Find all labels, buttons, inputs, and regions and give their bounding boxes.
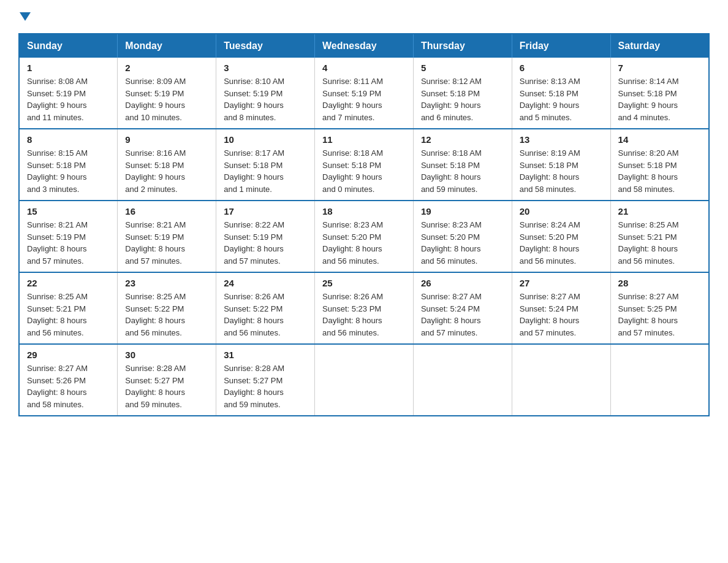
- calendar-cell: 27Sunrise: 8:27 AMSunset: 5:24 PMDayligh…: [512, 272, 610, 344]
- calendar-cell: 26Sunrise: 8:27 AMSunset: 5:24 PMDayligh…: [413, 272, 512, 344]
- calendar-cell: 4Sunrise: 8:11 AMSunset: 5:19 PMDaylight…: [315, 58, 414, 129]
- calendar-cell: 3Sunrise: 8:10 AMSunset: 5:19 PMDaylight…: [216, 58, 315, 129]
- page-header: [18, 12, 710, 23]
- day-info: Sunrise: 8:20 AMSunset: 5:18 PMDaylight:…: [618, 148, 679, 194]
- day-number: 5: [421, 63, 504, 73]
- day-info: Sunrise: 8:21 AMSunset: 5:19 PMDaylight:…: [27, 220, 88, 266]
- day-number: 17: [224, 206, 307, 216]
- header-thursday: Thursday: [413, 34, 512, 58]
- day-info: Sunrise: 8:13 AMSunset: 5:18 PMDaylight:…: [520, 77, 580, 122]
- day-info: Sunrise: 8:18 AMSunset: 5:18 PMDaylight:…: [421, 148, 482, 194]
- day-info: Sunrise: 8:26 AMSunset: 5:22 PMDaylight:…: [224, 292, 284, 337]
- calendar-cell: 13Sunrise: 8:19 AMSunset: 5:18 PMDayligh…: [512, 129, 610, 201]
- day-number: 19: [421, 206, 504, 216]
- day-number: 31: [224, 350, 307, 360]
- day-info: Sunrise: 8:23 AMSunset: 5:20 PMDaylight:…: [322, 220, 383, 266]
- day-info: Sunrise: 8:27 AMSunset: 5:26 PMDaylight:…: [27, 364, 88, 409]
- day-number: 12: [421, 134, 504, 145]
- day-number: 16: [125, 206, 208, 216]
- day-number: 15: [27, 206, 110, 216]
- day-info: Sunrise: 8:22 AMSunset: 5:19 PMDaylight:…: [224, 220, 284, 266]
- calendar-cell: 30Sunrise: 8:28 AMSunset: 5:27 PMDayligh…: [118, 344, 216, 416]
- calendar-cell: 10Sunrise: 8:17 AMSunset: 5:18 PMDayligh…: [216, 129, 315, 201]
- day-info: Sunrise: 8:16 AMSunset: 5:18 PMDaylight:…: [125, 148, 186, 194]
- day-number: 20: [520, 206, 603, 216]
- calendar-cell: 1Sunrise: 8:08 AMSunset: 5:19 PMDaylight…: [19, 58, 118, 129]
- calendar-cell: 21Sunrise: 8:25 AMSunset: 5:21 PMDayligh…: [610, 201, 709, 272]
- day-info: Sunrise: 8:15 AMSunset: 5:18 PMDaylight:…: [27, 148, 88, 194]
- day-number: 22: [27, 278, 110, 288]
- day-number: 29: [27, 350, 110, 360]
- calendar-cell: 22Sunrise: 8:25 AMSunset: 5:21 PMDayligh…: [19, 272, 118, 344]
- day-number: 4: [322, 63, 406, 73]
- day-info: Sunrise: 8:27 AMSunset: 5:25 PMDaylight:…: [618, 292, 679, 337]
- day-info: Sunrise: 8:28 AMSunset: 5:27 PMDaylight:…: [224, 364, 284, 409]
- header-wednesday: Wednesday: [315, 34, 414, 58]
- day-info: Sunrise: 8:24 AMSunset: 5:20 PMDaylight:…: [520, 220, 580, 266]
- day-number: 26: [421, 278, 504, 288]
- calendar-cell: [315, 344, 414, 416]
- calendar-cell: [512, 344, 610, 416]
- day-info: Sunrise: 8:19 AMSunset: 5:18 PMDaylight:…: [520, 148, 580, 194]
- day-number: 11: [322, 134, 406, 145]
- day-info: Sunrise: 8:21 AMSunset: 5:19 PMDaylight:…: [125, 220, 186, 266]
- day-number: 2: [125, 63, 208, 73]
- week-row-3: 15Sunrise: 8:21 AMSunset: 5:19 PMDayligh…: [19, 201, 709, 272]
- calendar-cell: 15Sunrise: 8:21 AMSunset: 5:19 PMDayligh…: [19, 201, 118, 272]
- calendar-cell: 25Sunrise: 8:26 AMSunset: 5:23 PMDayligh…: [315, 272, 414, 344]
- day-number: 6: [520, 63, 603, 73]
- day-number: 10: [224, 134, 307, 145]
- day-number: 14: [618, 134, 701, 145]
- day-number: 21: [618, 206, 701, 216]
- day-info: Sunrise: 8:23 AMSunset: 5:20 PMDaylight:…: [421, 220, 482, 266]
- calendar-cell: 23Sunrise: 8:25 AMSunset: 5:22 PMDayligh…: [118, 272, 216, 344]
- header-tuesday: Tuesday: [216, 34, 315, 58]
- calendar-cell: 12Sunrise: 8:18 AMSunset: 5:18 PMDayligh…: [413, 129, 512, 201]
- header-sunday: Sunday: [19, 34, 118, 58]
- day-info: Sunrise: 8:09 AMSunset: 5:19 PMDaylight:…: [125, 77, 186, 122]
- calendar-cell: 16Sunrise: 8:21 AMSunset: 5:19 PMDayligh…: [118, 201, 216, 272]
- week-row-4: 22Sunrise: 8:25 AMSunset: 5:21 PMDayligh…: [19, 272, 709, 344]
- calendar-cell: 14Sunrise: 8:20 AMSunset: 5:18 PMDayligh…: [610, 129, 709, 201]
- calendar-cell: 28Sunrise: 8:27 AMSunset: 5:25 PMDayligh…: [610, 272, 709, 344]
- calendar-cell: 7Sunrise: 8:14 AMSunset: 5:18 PMDaylight…: [610, 58, 709, 129]
- calendar-cell: 6Sunrise: 8:13 AMSunset: 5:18 PMDaylight…: [512, 58, 610, 129]
- header-friday: Friday: [512, 34, 610, 58]
- day-info: Sunrise: 8:25 AMSunset: 5:21 PMDaylight:…: [27, 292, 88, 337]
- day-info: Sunrise: 8:17 AMSunset: 5:18 PMDaylight:…: [224, 148, 284, 194]
- day-info: Sunrise: 8:14 AMSunset: 5:18 PMDaylight:…: [618, 77, 679, 122]
- day-number: 18: [322, 206, 406, 216]
- calendar-cell: 17Sunrise: 8:22 AMSunset: 5:19 PMDayligh…: [216, 201, 315, 272]
- day-number: 27: [520, 278, 603, 288]
- calendar-cell: 11Sunrise: 8:18 AMSunset: 5:18 PMDayligh…: [315, 129, 414, 201]
- calendar-cell: 18Sunrise: 8:23 AMSunset: 5:20 PMDayligh…: [315, 201, 414, 272]
- calendar-cell: 2Sunrise: 8:09 AMSunset: 5:19 PMDaylight…: [118, 58, 216, 129]
- calendar-cell: 8Sunrise: 8:15 AMSunset: 5:18 PMDaylight…: [19, 129, 118, 201]
- calendar-cell: [610, 344, 709, 416]
- logo: [18, 12, 31, 23]
- calendar-cell: 29Sunrise: 8:27 AMSunset: 5:26 PMDayligh…: [19, 344, 118, 416]
- week-row-2: 8Sunrise: 8:15 AMSunset: 5:18 PMDaylight…: [19, 129, 709, 201]
- day-number: 8: [27, 134, 110, 145]
- calendar-cell: 19Sunrise: 8:23 AMSunset: 5:20 PMDayligh…: [413, 201, 512, 272]
- calendar-cell: 24Sunrise: 8:26 AMSunset: 5:22 PMDayligh…: [216, 272, 315, 344]
- day-number: 30: [125, 350, 208, 360]
- svg-marker-0: [20, 12, 31, 21]
- week-row-1: 1Sunrise: 8:08 AMSunset: 5:19 PMDaylight…: [19, 58, 709, 129]
- day-info: Sunrise: 8:27 AMSunset: 5:24 PMDaylight:…: [520, 292, 580, 337]
- week-row-5: 29Sunrise: 8:27 AMSunset: 5:26 PMDayligh…: [19, 344, 709, 416]
- calendar-cell: 5Sunrise: 8:12 AMSunset: 5:18 PMDaylight…: [413, 58, 512, 129]
- day-number: 24: [224, 278, 307, 288]
- logo-triangle-icon: [20, 12, 31, 21]
- calendar-cell: 20Sunrise: 8:24 AMSunset: 5:20 PMDayligh…: [512, 201, 610, 272]
- day-number: 1: [27, 63, 110, 73]
- calendar-cell: [413, 344, 512, 416]
- day-number: 25: [322, 278, 406, 288]
- day-number: 7: [618, 63, 701, 73]
- day-info: Sunrise: 8:25 AMSunset: 5:22 PMDaylight:…: [125, 292, 186, 337]
- calendar-header-row: SundayMondayTuesdayWednesdayThursdayFrid…: [19, 34, 709, 58]
- day-info: Sunrise: 8:11 AMSunset: 5:19 PMDaylight:…: [322, 77, 383, 122]
- calendar-cell: 31Sunrise: 8:28 AMSunset: 5:27 PMDayligh…: [216, 344, 315, 416]
- day-info: Sunrise: 8:12 AMSunset: 5:18 PMDaylight:…: [421, 77, 482, 122]
- day-info: Sunrise: 8:18 AMSunset: 5:18 PMDaylight:…: [322, 148, 383, 194]
